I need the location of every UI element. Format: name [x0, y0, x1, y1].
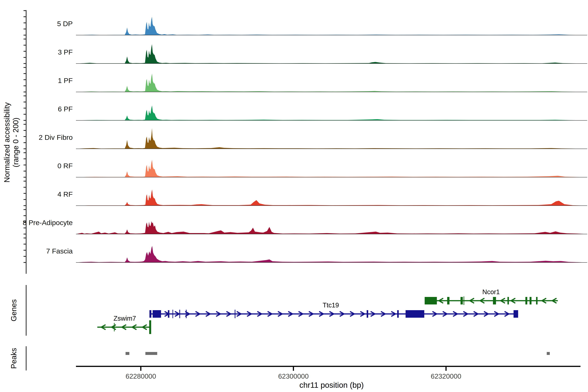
gene-exon [114, 323, 115, 332]
gene-exon [150, 310, 152, 318]
gene-exon [460, 297, 463, 304]
gene-exon [493, 297, 496, 304]
gene-exon [168, 310, 170, 318]
gene-exon [464, 296, 464, 305]
y-axis-label-line2: (range 0 - 200) [12, 118, 20, 167]
coverage-area-3-pf [76, 44, 587, 64]
gene-exon [530, 297, 532, 304]
coverage-area-5-dp [76, 17, 587, 35]
track-label: 4 RF [58, 190, 73, 198]
track-label: 3 PF [58, 48, 73, 56]
x-axis-tick-label: 62300000 [278, 372, 309, 380]
gene-label-zswim7: Zswim7 [114, 315, 136, 322]
coverage-area-8-pre-adipocyte [76, 221, 587, 234]
gene-exon [367, 310, 368, 318]
track-label: 8 Pre-Adipocyte [23, 219, 73, 226]
coverage-plot-svg: 5 DP3 PF1 PF6 PF2 Div Fibro0 RF4 RF8 Pre… [0, 0, 588, 392]
coverage-area-2-div-fibro [76, 128, 587, 149]
gene-exon [149, 320, 151, 334]
genes-section-label: Genes [10, 299, 18, 322]
gene-exon [172, 310, 173, 318]
coverage-area-0-rf [76, 160, 587, 178]
x-axis-tick-label: 62280000 [126, 372, 156, 380]
track-label: 7 Fascia [46, 247, 73, 255]
track-label: 0 RF [58, 162, 73, 170]
y-axis-label-line1: Normalized accessibility [2, 102, 11, 182]
gene-exon [425, 297, 437, 304]
gene-exon [406, 310, 424, 318]
gene-exon [514, 310, 518, 318]
x-axis-title: chr11 position (bp) [300, 381, 364, 390]
peaks-section-label: Peaks [10, 348, 18, 369]
track-label: 2 Div Fibro [39, 134, 73, 141]
gene-exon [179, 310, 180, 318]
gene-exon [536, 297, 538, 304]
x-axis-tick-label: 62320000 [431, 372, 461, 380]
peak-region [126, 352, 129, 355]
peak-region [547, 352, 550, 355]
gene-exon [235, 310, 236, 318]
gene-label-ttc19: Ttc19 [322, 302, 339, 309]
coverage-area-1-pf [76, 74, 587, 92]
coverage-area-4-rf [76, 190, 587, 206]
gene-exon [153, 310, 161, 318]
track-label: 6 PF [58, 105, 73, 113]
gene-exon [397, 310, 399, 318]
gene-exon [508, 297, 509, 304]
coverage-area-6-pf [76, 106, 587, 120]
gene-exon [447, 297, 450, 304]
gene-exon [526, 297, 528, 304]
gene-exon [186, 310, 187, 318]
track-label: 1 PF [58, 76, 73, 84]
track-label: 5 DP [57, 20, 73, 28]
generated-chart-layer: 5 DP3 PF1 PF6 PF2 Div Fibro0 RF4 RF8 Pre… [23, 10, 587, 380]
gene-label-ncor1: Ncor1 [482, 288, 500, 296]
coverage-area-7-fascia [76, 246, 587, 262]
peak-region [145, 352, 157, 355]
